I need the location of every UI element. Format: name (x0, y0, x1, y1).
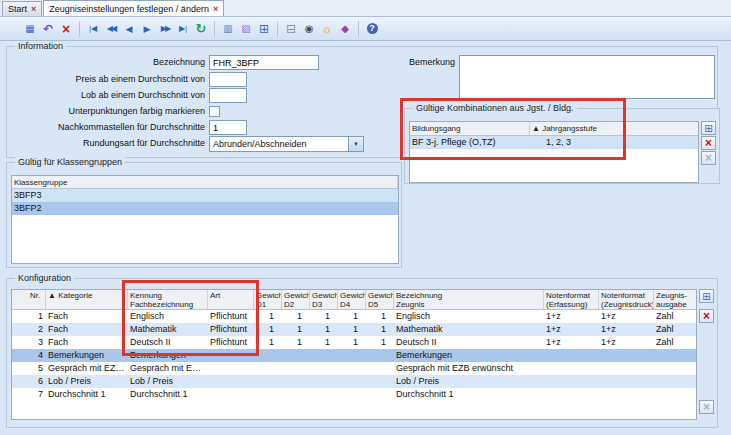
cell-zeugnisausgabe[interactable]: Zahl (654, 310, 697, 323)
klassengruppe-row[interactable]: 3BFP3 (12, 189, 398, 202)
delete-record-icon[interactable] (57, 20, 75, 38)
undo-icon[interactable] (39, 20, 57, 38)
cell-kategorie[interactable]: Lob / Preis (46, 375, 128, 388)
nav-prior-icon[interactable] (120, 20, 138, 38)
konfiguration-row[interactable]: 5 Gespräch mit EZB erwünscht Gespräch mi… (12, 362, 696, 375)
cell-nr[interactable]: 6 (12, 375, 46, 388)
cell-gewicht-d5[interactable]: 1 (366, 323, 394, 336)
new-record-icon[interactable] (3, 20, 21, 38)
cell-gewicht-d3[interactable]: 1 (310, 323, 338, 336)
nav-prior-fast-icon[interactable] (102, 20, 120, 38)
konfiguration-row[interactable]: 4 Bemerkungen Bemerkungen Bemerkungen (12, 349, 696, 362)
cell-gewicht-d1[interactable] (254, 375, 282, 388)
nav-first-icon[interactable] (84, 20, 102, 38)
cell-gewicht-d3[interactable]: 1 (310, 336, 338, 349)
cell-art[interactable]: Pflichtunt (208, 323, 254, 336)
cell-kennung[interactable]: Englisch (128, 310, 208, 323)
cell-bezeichnung-zeugnis[interactable]: Lob / Preis (394, 375, 544, 388)
column-header-gewicht-d1[interactable]: Gewicht D1 (254, 290, 282, 309)
lob-input[interactable] (209, 88, 247, 103)
tab[interactable]: Zeugniseinstellungen festlegen / ändern (43, 0, 224, 16)
cell-notenformat-zeugnisdruck[interactable] (599, 349, 654, 362)
save-icon[interactable] (21, 20, 39, 38)
cell-klassengruppe[interactable]: 3BFP2 (12, 202, 398, 215)
cell-gewicht-d3[interactable] (310, 388, 338, 401)
cell-notenformat-zeugnisdruck[interactable]: 1+z (599, 336, 654, 349)
cell-gewicht-d4[interactable]: 1 (338, 336, 366, 349)
cell-bildungsgang[interactable]: BF 3-j. Pflege (O,TZ) (410, 136, 530, 149)
cell-nr[interactable]: 4 (12, 349, 46, 362)
cell-art[interactable] (208, 362, 254, 375)
cell-kennung[interactable]: Durchschnitt 1 (128, 388, 208, 401)
cell-art[interactable]: Pflichtunt (208, 336, 254, 349)
cell-notenformat-erfassung[interactable] (544, 388, 599, 401)
column-header-notenformat-erfassung[interactable]: Notenformat (Erfassung) (544, 290, 599, 309)
cell-kennung[interactable]: Deutsch II (128, 336, 208, 349)
cell-notenformat-erfassung[interactable] (544, 349, 599, 362)
cell-zeugnisausgabe[interactable] (654, 349, 697, 362)
unterpunktungen-checkbox[interactable] (209, 106, 220, 117)
cell-gewicht-d5[interactable] (366, 375, 394, 388)
cell-gewicht-d4[interactable] (338, 375, 366, 388)
cell-klassengruppe[interactable]: 3BFP3 (12, 189, 398, 202)
klassengruppe-row[interactable]: 3BFP2 (12, 202, 398, 215)
cell-gewicht-d2[interactable] (282, 375, 310, 388)
tab-close-icon[interactable] (31, 4, 36, 14)
konfiguration-row[interactable]: 2 Fach Mathematik Pflichtunt 1 1 1 1 1 M… (12, 323, 696, 336)
cell-gewicht-d2[interactable]: 1 (282, 336, 310, 349)
column-header-bildungsgang[interactable]: Bildungsgang (410, 122, 530, 135)
cell-gewicht-d5[interactable]: 1 (366, 310, 394, 323)
cell-kategorie[interactable]: Fach (46, 336, 128, 349)
preview-icon[interactable] (300, 20, 318, 38)
cell-bezeichnung-zeugnis[interactable]: Mathematik (394, 323, 544, 336)
cell-gewicht-d2[interactable] (282, 362, 310, 375)
nav-next-fast-icon[interactable] (156, 20, 174, 38)
column-header-gewicht-d4[interactable]: Gewicht D4 (338, 290, 366, 309)
cell-kategorie[interactable]: Fach (46, 323, 128, 336)
cell-kategorie[interactable]: Fach (46, 310, 128, 323)
column-header-gewicht-d2[interactable]: Gewicht D2 (282, 290, 310, 309)
cell-gewicht-d5[interactable] (366, 362, 394, 375)
grid-edit-icon[interactable] (255, 20, 273, 38)
column-header-notenformat-zeugnisdruck[interactable]: Notenformat (Zeugnisdruck) (599, 290, 654, 309)
cell-gewicht-d2[interactable] (282, 388, 310, 401)
cell-notenformat-erfassung[interactable]: 1+z (544, 310, 599, 323)
cell-art[interactable]: Pflichtunt (208, 310, 254, 323)
cell-nr[interactable]: 5 (12, 362, 46, 375)
cell-gewicht-d1[interactable] (254, 362, 282, 375)
cell-gewicht-d2[interactable]: 1 (282, 323, 310, 336)
cell-gewicht-d4[interactable]: 1 (338, 323, 366, 336)
cell-kategorie[interactable]: Durchschnitt 1 (46, 388, 128, 401)
column-header-jahrgangsstufe[interactable]: ▲ Jahrgangsstufe (530, 122, 699, 135)
paste-icon[interactable] (237, 20, 255, 38)
print-icon[interactable] (282, 20, 300, 38)
nachkommastellen-input[interactable] (209, 120, 247, 135)
cell-art[interactable] (208, 375, 254, 388)
dropdown-arrow-icon[interactable] (348, 137, 363, 151)
cell-gewicht-d3[interactable]: 1 (310, 310, 338, 323)
column-header-zeugnisausgabe[interactable]: Zeugnis- ausgabe (654, 290, 697, 309)
cell-gewicht-d2[interactable]: 1 (282, 310, 310, 323)
column-header-art[interactable]: Art (208, 290, 254, 309)
cell-notenformat-zeugnisdruck[interactable]: 1+z (599, 310, 654, 323)
cell-gewicht-d1[interactable]: 1 (254, 310, 282, 323)
cell-jahrgangsstufe[interactable]: 1, 2, 3 (530, 136, 699, 149)
cell-gewicht-d1[interactable]: 1 (254, 336, 282, 349)
cell-zeugnisausgabe[interactable] (654, 362, 697, 375)
column-chooser-button[interactable] (701, 121, 716, 135)
cell-notenformat-zeugnisdruck[interactable] (599, 388, 654, 401)
cell-notenformat-zeugnisdruck[interactable] (599, 362, 654, 375)
cell-gewicht-d3[interactable] (310, 362, 338, 375)
cell-gewicht-d4[interactable] (338, 349, 366, 362)
cell-gewicht-d3[interactable] (310, 349, 338, 362)
cell-notenformat-erfassung[interactable] (544, 375, 599, 388)
cell-bezeichnung-zeugnis[interactable]: Deutsch II (394, 336, 544, 349)
cell-kennung[interactable]: Mathematik (128, 323, 208, 336)
cell-kategorie[interactable]: Bemerkungen (46, 349, 128, 362)
help-icon[interactable] (363, 20, 381, 38)
bemerkung-textarea[interactable] (459, 55, 715, 99)
kombination-row[interactable]: BF 3-j. Pflege (O,TZ) 1, 2, 3 (410, 136, 698, 149)
konfiguration-row[interactable]: 6 Lob / Preis Lob / Preis Lob / Preis (12, 375, 696, 388)
copy-icon[interactable] (219, 20, 237, 38)
column-header-gewicht-d5[interactable]: Gewicht D5 (366, 290, 394, 309)
